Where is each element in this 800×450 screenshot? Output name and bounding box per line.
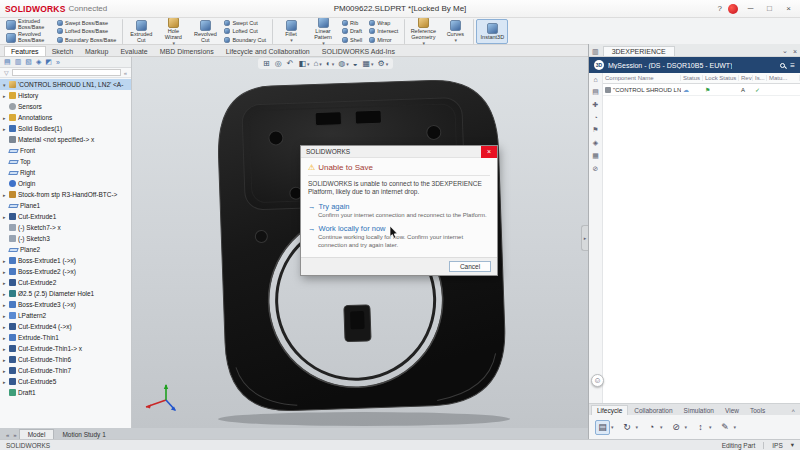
ribbon-tab[interactable]: Lifecycle and Collaboration: [220, 47, 316, 56]
previous-view-icon[interactable]: ↶: [287, 59, 295, 68]
ribbon-button[interactable]: [272, 19, 273, 44]
dock-tab[interactable]: Simulation: [679, 406, 719, 415]
units-selector[interactable]: IPS: [772, 442, 782, 449]
column-header[interactable]: Component Name: [603, 75, 681, 81]
ribbon-button[interactable]: Wrap: [366, 19, 402, 27]
ribbon-button[interactable]: Reference Geometry ▾: [407, 19, 439, 44]
assistant-button[interactable]: ☺: [591, 374, 604, 387]
ribbon-button[interactable]: Shell: [339, 36, 366, 44]
add-content-icon[interactable]: ✚: [593, 101, 599, 109]
collections-icon[interactable]: ◈: [593, 139, 598, 147]
dialog-option-work-locally[interactable]: → Work locally for now Continue working …: [308, 224, 490, 249]
tree-item[interactable]: Draft1: [0, 387, 131, 398]
filters-icon[interactable]: ⊘: [593, 165, 599, 173]
dialog-option-try-again[interactable]: → Try again Confirm your internet connec…: [308, 202, 490, 220]
zoom-to-area-icon[interactable]: ◎: [275, 59, 283, 68]
ribbon-button[interactable]: Rib: [339, 19, 366, 27]
ribbon-button[interactable]: Instant3D: [476, 19, 508, 44]
tree-item[interactable]: ▸ Boss-Extrude1 (->x): [0, 255, 131, 266]
ribbon-button[interactable]: Extruded Boss/Base: [3, 19, 54, 32]
tree-item[interactable]: (-) Sketch7-> x: [0, 222, 131, 233]
tree-root-item[interactable]: ▾ 'CONTROL SHROUD LN1, LN2' <A-: [0, 79, 131, 90]
help-icon[interactable]: ?: [718, 4, 722, 13]
section-view-icon[interactable]: ◧ ▾: [298, 59, 309, 68]
tree-item[interactable]: ▸ History: [0, 90, 131, 101]
option-title[interactable]: Work locally for now: [319, 224, 386, 233]
tree-item[interactable]: ▸ Solid Bodies(1): [0, 123, 131, 134]
column-header[interactable]: Rev: [739, 75, 753, 81]
study-tab[interactable]: Model: [19, 429, 55, 439]
search-icon[interactable]: [780, 63, 785, 68]
configurationmanager-tab-icon[interactable]: ▧: [25, 58, 32, 66]
collapse-all-icon[interactable]: «: [124, 70, 127, 76]
tab-3dexperience[interactable]: 3DEXPERIENCE: [603, 46, 675, 56]
menu-icon[interactable]: ≡: [790, 61, 795, 70]
dock-tab[interactable]: Tools: [745, 406, 770, 415]
ribbon-button[interactable]: Boundary Cut: [221, 36, 270, 44]
dialog-close-button[interactable]: ×: [481, 146, 497, 158]
3dexperience-compass-icon[interactable]: [728, 4, 738, 14]
tree-item[interactable]: ▸ Boss-Extrude2 (->x): [0, 266, 131, 277]
column-header[interactable]: Is...: [753, 75, 767, 81]
display-style-icon[interactable]: ◐ ▾: [326, 59, 334, 68]
tree-item[interactable]: Origin: [0, 178, 131, 189]
tree-item[interactable]: Sensors: [0, 101, 131, 112]
ribbon-button[interactable]: Boundary Boss/Base: [54, 36, 120, 44]
column-header[interactable]: Matu...: [767, 75, 800, 81]
tree-item[interactable]: ▸ LPattern2: [0, 310, 131, 321]
dock-tab[interactable]: Lifecycle: [591, 405, 628, 415]
tree-item[interactable]: ▸ Cut-Extrude5: [0, 376, 131, 387]
tree-item[interactable]: ▸ Boss-Extrude3 (->x): [0, 299, 131, 310]
column-header[interactable]: Status: [681, 75, 703, 81]
tree-item[interactable]: ▸ Cut-Extrude-Thin6: [0, 354, 131, 365]
tab-scroll-left-icon[interactable]: «: [6, 432, 9, 438]
zoom-to-fit-icon[interactable]: ⊞: [263, 59, 271, 68]
tree-item[interactable]: ▸ Cut-Extrude2: [0, 277, 131, 288]
featuremanager-tab-icon[interactable]: ▤: [4, 58, 11, 66]
ribbon-tab[interactable]: Sketch: [46, 47, 79, 56]
minimize-button[interactable]: ─: [744, 4, 757, 13]
transfer-ownership-icon[interactable]: ↕ ▾: [693, 420, 712, 435]
apps-icon[interactable]: ▦: [592, 152, 599, 160]
hide-show-items-icon[interactable]: ◍ ▾: [338, 59, 349, 68]
solidworks-logo[interactable]: SOLIDWORKS: [5, 4, 66, 14]
ribbon-button[interactable]: Swept Boss/Base: [54, 19, 120, 27]
ribbon-button[interactable]: [404, 19, 405, 44]
dock-tab[interactable]: View: [720, 406, 744, 415]
ribbon-button[interactable]: Lofted Cut: [221, 27, 270, 35]
tree-item[interactable]: ▸ Ø2.5 (2.5) Diameter Hole1: [0, 288, 131, 299]
tree-item[interactable]: ▸ Stock-from stp R3-HandOff-BTC->: [0, 189, 131, 200]
tree-item[interactable]: Material <not specified-> x: [0, 134, 131, 145]
apply-scene-icon[interactable]: ▦ ▾: [363, 59, 374, 68]
ribbon-button[interactable]: Intersect: [366, 27, 402, 35]
tree-item[interactable]: ▸ Annotations: [0, 112, 131, 123]
ribbon-tab[interactable]: Evaluate: [114, 47, 153, 56]
filter-icon[interactable]: ▽: [4, 69, 9, 76]
ribbon-button[interactable]: Revolved Cut: [189, 19, 221, 44]
propertymanager-tab-icon[interactable]: ▥: [15, 58, 22, 66]
ribbon-tab[interactable]: MBD Dimensions: [154, 47, 220, 56]
ribbon-tab[interactable]: Markup: [79, 47, 114, 56]
cancel-button[interactable]: Cancel: [449, 261, 491, 272]
tree-item[interactable]: (-) Sketch3: [0, 233, 131, 244]
ribbon-button[interactable]: [473, 19, 474, 44]
home-icon[interactable]: ⌂: [593, 76, 597, 83]
history-icon[interactable]: ◔: [593, 114, 597, 121]
tree-view-icon[interactable]: ▤: [592, 88, 599, 96]
tree-item[interactable]: Plane1: [0, 200, 131, 211]
tree-item[interactable]: Plane2: [0, 244, 131, 255]
ribbon-button[interactable]: Revolved Boss/Base: [3, 32, 54, 45]
column-header[interactable]: Lock Status: [703, 75, 739, 81]
tree-item[interactable]: ▸ Cut-Extrude1: [0, 211, 131, 222]
bookmarks-icon[interactable]: ⚑: [592, 126, 598, 134]
ribbon-button[interactable]: Swept Cut: [221, 19, 270, 27]
close-button[interactable]: ×: [782, 4, 795, 13]
option-title[interactable]: Try again: [319, 202, 350, 211]
tree-item[interactable]: ▸ Cut-Extrude-Thin7: [0, 365, 131, 376]
panel-dock-icon[interactable]: ▥: [592, 48, 599, 56]
view-orientation-icon[interactable]: ⌂ ▾: [313, 59, 321, 68]
edit-icon[interactable]: ✎ ▾: [718, 420, 737, 435]
tab-overflow-icon[interactable]: »: [56, 59, 60, 66]
revision-icon[interactable]: ↻ ▾: [620, 420, 639, 435]
units-caret-icon[interactable]: ▾: [791, 441, 794, 449]
